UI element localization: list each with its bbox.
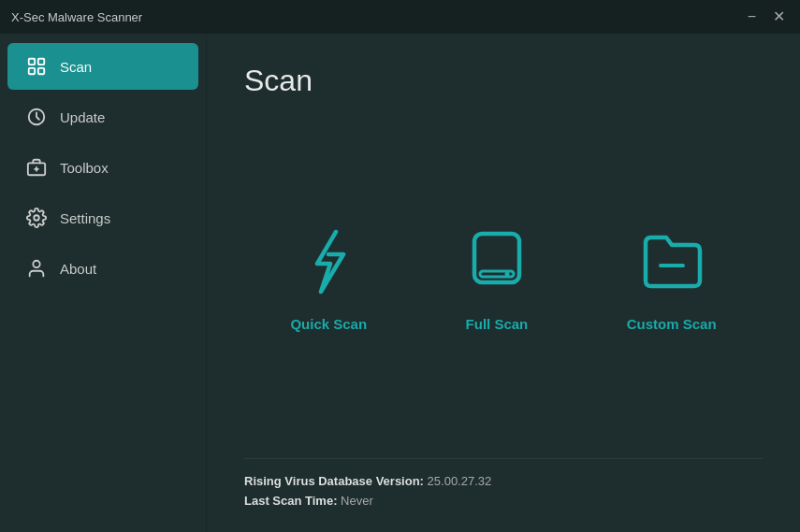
- last-scan-value: Never: [341, 494, 373, 508]
- svg-point-12: [504, 272, 509, 277]
- db-version-label: Rising Virus Database Version:: [244, 474, 424, 488]
- quick-scan-card[interactable]: Quick Scan: [262, 206, 395, 351]
- svg-point-8: [34, 215, 39, 221]
- update-icon: [26, 107, 47, 127]
- svg-rect-2: [29, 68, 35, 74]
- svg-rect-1: [38, 59, 44, 65]
- quick-scan-label: Quick Scan: [290, 316, 367, 332]
- settings-icon: [26, 208, 47, 228]
- sidebar-about-label: About: [60, 261, 96, 277]
- sidebar-item-settings[interactable]: Settings: [7, 194, 198, 241]
- sidebar: Scan Update Toolbox: [0, 34, 206, 532]
- bottom-info: Rising Virus Database Version: 25.00.27.…: [244, 458, 763, 513]
- full-scan-label: Full Scan: [466, 316, 529, 332]
- svg-point-9: [33, 261, 39, 267]
- about-icon: [26, 258, 47, 279]
- sidebar-settings-label: Settings: [60, 210, 110, 226]
- sidebar-item-toolbox[interactable]: Toolbox: [7, 144, 198, 191]
- toolbox-icon: [26, 157, 47, 178]
- scan-cards-container: Quick Scan Full Scan: [244, 136, 763, 421]
- svg-rect-0: [29, 59, 35, 65]
- drive-icon: [459, 224, 534, 299]
- svg-rect-3: [38, 68, 44, 74]
- custom-scan-label: Custom Scan: [627, 316, 717, 332]
- sidebar-update-label: Update: [60, 109, 105, 125]
- sidebar-scan-label: Scan: [60, 59, 92, 75]
- window-controls: − ✕: [744, 7, 789, 26]
- sidebar-item-scan[interactable]: Scan: [7, 43, 198, 90]
- sidebar-item-about[interactable]: About: [7, 245, 198, 292]
- minimize-button[interactable]: −: [744, 7, 760, 26]
- full-scan-card[interactable]: Full Scan: [431, 206, 562, 351]
- last-scan-label: Last Scan Time:: [244, 494, 337, 508]
- app-title: X-Sec Malware Scanner: [11, 10, 142, 24]
- page-title: Scan: [244, 64, 763, 98]
- last-scan-line: Last Scan Time: Never: [244, 494, 763, 508]
- folder-icon: [634, 224, 709, 299]
- sidebar-item-update[interactable]: Update: [7, 93, 198, 140]
- app-body: Scan Update Toolbox: [0, 34, 800, 532]
- db-version-value: 25.00.27.32: [428, 474, 492, 488]
- titlebar: X-Sec Malware Scanner − ✕: [0, 0, 800, 34]
- db-version-line: Rising Virus Database Version: 25.00.27.…: [244, 474, 763, 488]
- custom-scan-card[interactable]: Custom Scan: [599, 206, 745, 351]
- sidebar-toolbox-label: Toolbox: [60, 160, 109, 176]
- lightning-icon: [291, 224, 366, 299]
- main-content: Scan Quick Scan: [206, 34, 800, 532]
- scan-icon: [26, 56, 47, 77]
- close-button[interactable]: ✕: [769, 7, 789, 26]
